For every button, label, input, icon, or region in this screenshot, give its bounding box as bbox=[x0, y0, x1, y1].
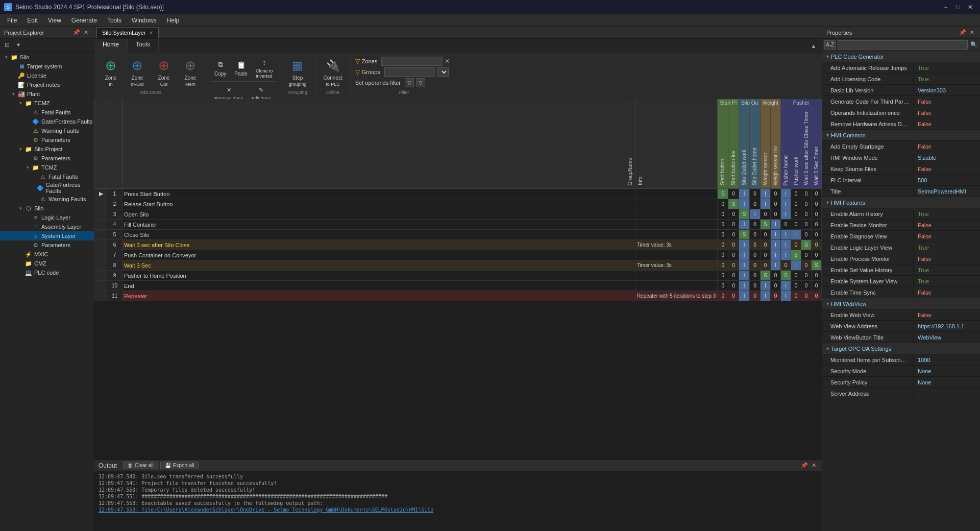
step-name-8[interactable]: Wait 3 Sec bbox=[122, 260, 625, 271]
cell-1-1[interactable]: 0 bbox=[728, 189, 739, 199]
cell-10-4[interactable]: I bbox=[761, 281, 771, 291]
cell-7-7[interactable]: S bbox=[791, 250, 801, 260]
prop-row-2-5[interactable]: Enable Set Value HistoryTrue bbox=[822, 264, 980, 276]
ribbon-tab-tools[interactable]: Tools bbox=[128, 39, 159, 53]
prop-value-2-0[interactable]: True bbox=[914, 210, 980, 218]
cell-1-5[interactable]: 0 bbox=[771, 189, 781, 199]
cell-11-2[interactable]: I bbox=[739, 291, 750, 301]
operands-filter-btn2[interactable]: ▽ bbox=[416, 78, 425, 87]
panel-close-button[interactable]: ✕ bbox=[82, 29, 90, 37]
properties-pin-button[interactable]: 📌 bbox=[959, 29, 967, 37]
properties-search-input[interactable] bbox=[838, 40, 968, 50]
cell-10-5[interactable]: 0 bbox=[771, 281, 781, 291]
prop-row-1-3[interactable]: PLC Interval500 bbox=[822, 175, 980, 186]
maximize-button[interactable]: □ bbox=[952, 2, 964, 12]
prop-value-2-6[interactable]: True bbox=[914, 277, 980, 285]
menu-windows[interactable]: Windows bbox=[127, 16, 162, 25]
prop-row-4-3[interactable]: Server Address bbox=[822, 388, 980, 399]
prop-value-0-5[interactable]: False bbox=[914, 120, 980, 128]
step-name-6[interactable]: Wait 3 sec after Silo Close bbox=[122, 240, 625, 250]
prop-row-4-2[interactable]: Security PolicyNone bbox=[822, 377, 980, 388]
prop-value-2-3[interactable]: True bbox=[914, 244, 980, 252]
grid-row-5[interactable]: 5Close Silo00S00III00 bbox=[95, 230, 822, 240]
prop-value-2-2[interactable]: False bbox=[914, 232, 980, 240]
prop-section-0[interactable]: ▾PLC Code Generator bbox=[822, 51, 980, 62]
step-name-5[interactable]: Close Silo bbox=[122, 230, 625, 240]
tree-item-22[interactable]: 📁CMZ bbox=[0, 259, 94, 268]
cell-8-1[interactable]: 0 bbox=[728, 260, 739, 271]
prop-value-3-1[interactable]: https://192.168.1.1 bbox=[914, 322, 980, 330]
prop-value-1-3[interactable]: 500 bbox=[914, 176, 980, 184]
cell-2-4[interactable]: I bbox=[761, 199, 771, 209]
cell-3-2[interactable]: S bbox=[739, 209, 750, 220]
prop-value-2-1[interactable]: False bbox=[914, 221, 980, 229]
cell-6-5[interactable]: I bbox=[771, 240, 781, 250]
step-name-4[interactable]: Fill Container bbox=[122, 220, 625, 230]
cell-7-1[interactable]: 0 bbox=[728, 250, 739, 260]
prop-value-1-2[interactable]: False bbox=[914, 165, 980, 173]
cell-7-4[interactable]: 0 bbox=[761, 250, 771, 260]
cell-1-6[interactable]: I bbox=[781, 189, 791, 199]
prop-value-0-1[interactable]: True bbox=[914, 75, 980, 83]
clear-all-button[interactable]: 🗑 Clear all bbox=[123, 462, 158, 469]
tree-item-9[interactable]: ⚙Parameters bbox=[0, 135, 94, 144]
prop-row-3-1[interactable]: Web View Addresshttps://192.168.1.1 bbox=[822, 321, 980, 332]
step-name-9[interactable]: Pusher to Home Position bbox=[122, 271, 625, 281]
step-name-1[interactable]: Press Start Button bbox=[122, 189, 625, 199]
prop-sort-az-button[interactable]: A-Z bbox=[824, 40, 836, 50]
tab-close-button[interactable]: ✕ bbox=[149, 30, 153, 36]
cell-6-9[interactable]: 0 bbox=[812, 240, 822, 250]
zone-in-out-button[interactable]: ⊕ Zone In-Out bbox=[125, 56, 150, 89]
cell-11-5[interactable]: 0 bbox=[771, 291, 781, 301]
grid-row-11[interactable]: 11RepeaterRepeater with 5 iterations to … bbox=[95, 291, 822, 301]
output-close-button[interactable]: ✕ bbox=[810, 462, 818, 470]
cell-8-4[interactable]: 0 bbox=[761, 260, 771, 271]
tree-item-14[interactable]: 🔷Gate/Fortress Faults bbox=[0, 181, 94, 195]
cell-8-5[interactable]: I bbox=[771, 260, 781, 271]
cell-4-9[interactable]: 0 bbox=[812, 220, 822, 230]
cell-11-3[interactable]: 0 bbox=[750, 291, 761, 301]
cell-1-7[interactable]: 0 bbox=[791, 189, 801, 199]
copy-button[interactable]: ⧉ Copy bbox=[211, 55, 229, 80]
cell-8-3[interactable]: 0 bbox=[750, 260, 761, 271]
cell-2-2[interactable]: I bbox=[739, 199, 750, 209]
tree-item-18[interactable]: ≡Assembly Layer bbox=[0, 222, 94, 231]
tree-toggle-16[interactable]: ▾ bbox=[16, 206, 24, 211]
cell-3-5[interactable]: 0 bbox=[771, 209, 781, 220]
prop-value-4-0[interactable]: 1000 bbox=[914, 356, 980, 364]
prop-value-0-2[interactable]: Version303 bbox=[914, 86, 980, 94]
prop-value-3-2[interactable]: WebView bbox=[914, 333, 980, 342]
prop-value-4-2[interactable]: None bbox=[914, 378, 980, 387]
cell-3-6[interactable]: I bbox=[781, 209, 791, 220]
tree-item-4[interactable]: ▾🏭Plant bbox=[0, 89, 94, 99]
cell-11-8[interactable]: 0 bbox=[801, 291, 812, 301]
step-name-3[interactable]: Open Silo bbox=[122, 209, 625, 220]
zone-mem-button[interactable]: ⊕ Zone Mem bbox=[178, 56, 203, 89]
cell-3-9[interactable]: 0 bbox=[812, 209, 822, 220]
zone-in-button[interactable]: ⊕ Zone In bbox=[99, 56, 123, 89]
cell-4-8[interactable]: 0 bbox=[801, 220, 812, 230]
cell-3-7[interactable]: 0 bbox=[791, 209, 801, 220]
cell-9-8[interactable]: 0 bbox=[801, 271, 812, 281]
cell-3-8[interactable]: 0 bbox=[801, 209, 812, 220]
paste-button[interactable]: 📋 Paste bbox=[231, 55, 251, 80]
cell-9-2[interactable]: I bbox=[739, 271, 750, 281]
cell-9-3[interactable]: 0 bbox=[750, 271, 761, 281]
grid-row-9[interactable]: 9Pusher to Home Position00I0S0S000 bbox=[95, 271, 822, 281]
prop-row-0-5[interactable]: Remove Hardware Adress DeclarationFalse bbox=[822, 118, 980, 130]
tree-item-0[interactable]: ▾📁Silo bbox=[0, 53, 94, 62]
close-button[interactable]: ✕ bbox=[965, 2, 976, 12]
zone-out-button[interactable]: ⊕ Zone Out bbox=[152, 56, 176, 89]
cell-6-0[interactable]: 0 bbox=[718, 240, 728, 250]
tree-item-15[interactable]: ⚠Warning Faults bbox=[0, 195, 94, 204]
cell-9-9[interactable]: 0 bbox=[812, 271, 822, 281]
cell-7-3[interactable]: 0 bbox=[750, 250, 761, 260]
prop-section-4[interactable]: ▾Target OPC UA Settings bbox=[822, 343, 980, 354]
cell-2-9[interactable]: 0 bbox=[812, 199, 822, 209]
prop-row-0-4[interactable]: Operands Initialization onceFalse bbox=[822, 107, 980, 118]
cell-8-7[interactable]: I bbox=[791, 260, 801, 271]
cell-4-3[interactable]: 0 bbox=[750, 220, 761, 230]
grid-row-7[interactable]: 7Push Container on Conveyor00I00IIS00 bbox=[95, 250, 822, 260]
prop-value-0-3[interactable]: False bbox=[914, 98, 980, 106]
panel-pin-button[interactable]: 📌 bbox=[72, 29, 81, 37]
